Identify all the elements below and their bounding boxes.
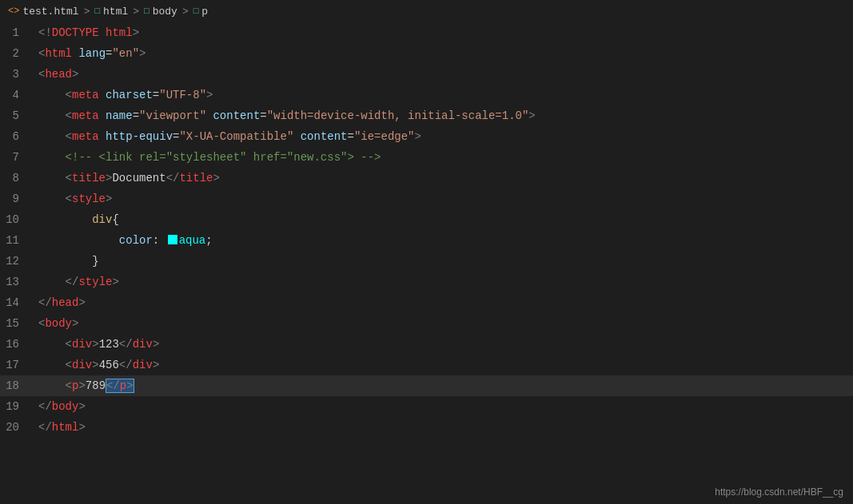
watermark: https://blog.csdn.net/HBF__cg — [715, 486, 843, 498]
line-number-20: 20 — [0, 421, 32, 434]
line-content-18: <p>789</p> — [32, 379, 853, 392]
line-2: 2<html lang="en"> — [0, 43, 853, 64]
line-7: 7 <!-- <link rel="stylesheet" href="new.… — [0, 147, 853, 168]
line-content-7: <!-- <link rel="stylesheet" href="new.cs… — [32, 151, 853, 164]
line-11: 11 color: aqua; — [0, 230, 853, 251]
line-content-16: <div>123</div> — [32, 338, 853, 351]
line-content-12: } — [32, 255, 853, 268]
line-13: 13 </style> — [0, 272, 853, 292]
line-number-19: 19 — [0, 400, 32, 413]
line-number-10: 10 — [0, 213, 32, 226]
line-number-16: 16 — [0, 338, 32, 351]
line-number-1: 1 — [0, 26, 32, 39]
line-12: 12 } — [0, 251, 853, 272]
breadcrumb-body-icon: □ — [144, 6, 149, 16]
breadcrumb-sep2: > — [133, 6, 139, 18]
breadcrumb-html[interactable]: html — [103, 6, 128, 18]
line-6: 6 <meta http-equiv="X-UA-Compatible" con… — [0, 126, 853, 147]
breadcrumb-sep1: > — [84, 6, 90, 18]
line-18: 18 <p>789</p> — [0, 375, 853, 396]
breadcrumb-html-icon: □ — [94, 6, 100, 16]
line-content-9: <style> — [32, 192, 853, 205]
breadcrumb-body[interactable]: body — [153, 6, 177, 18]
line-number-12: 12 — [0, 255, 32, 268]
line-10: 10 div{ — [0, 209, 853, 230]
line-content-15: <body> — [32, 317, 853, 330]
line-number-6: 6 — [0, 130, 32, 143]
line-19: 19</body> — [0, 396, 853, 417]
line-number-15: 15 — [0, 317, 32, 330]
line-content-8: <title>Document</title> — [32, 172, 853, 185]
breadcrumb-file-icon: <> — [8, 6, 19, 17]
line-content-14: </head> — [32, 296, 853, 309]
line-content-10: div{ — [32, 213, 853, 226]
line-number-4: 4 — [0, 89, 32, 101]
line-content-3: <head> — [32, 68, 853, 81]
line-14: 14</head> — [0, 292, 853, 313]
breadcrumb-sep3: > — [182, 6, 189, 18]
line-number-18: 18 — [0, 379, 32, 392]
line-20: 20</html> — [0, 417, 853, 438]
line-content-11: color: aqua; — [32, 234, 853, 247]
line-number-8: 8 — [0, 172, 32, 185]
line-content-13: </style> — [32, 276, 853, 288]
line-number-14: 14 — [0, 296, 32, 309]
line-content-5: <meta name="viewport" content="width=dev… — [32, 109, 853, 122]
line-4: 4 <meta charset="UTF-8"> — [0, 85, 853, 105]
line-number-17: 17 — [0, 359, 32, 371]
breadcrumb-file[interactable]: test.html — [22, 6, 78, 18]
line-5: 5 <meta name="viewport" content="width=d… — [0, 105, 853, 126]
line-content-17: <div>456</div> — [32, 359, 853, 371]
line-number-5: 5 — [0, 109, 32, 122]
breadcrumb: <> test.html > □ html > □ body > □ p — [0, 0, 853, 22]
line-15: 15<body> — [0, 313, 853, 334]
line-number-9: 9 — [0, 192, 32, 205]
line-16: 16 <div>123</div> — [0, 334, 853, 355]
line-number-7: 7 — [0, 151, 32, 164]
line-9: 9 <style> — [0, 189, 853, 209]
line-content-4: <meta charset="UTF-8"> — [32, 89, 853, 101]
breadcrumb-p[interactable]: p — [201, 6, 208, 18]
line-number-13: 13 — [0, 276, 32, 288]
line-content-6: <meta http-equiv="X-UA-Compatible" conte… — [32, 130, 853, 143]
line-content-19: </body> — [32, 400, 853, 413]
line-content-20: </html> — [32, 421, 853, 434]
line-8: 8 <title>Document</title> — [0, 168, 853, 189]
line-1: 1<!DOCTYPE html> — [0, 22, 853, 43]
line-number-2: 2 — [0, 47, 32, 60]
line-content-1: <!DOCTYPE html> — [32, 26, 853, 39]
line-number-3: 3 — [0, 68, 32, 81]
breadcrumb-p-icon: □ — [193, 6, 199, 16]
line-content-2: <html lang="en"> — [32, 47, 853, 60]
line-17: 17 <div>456</div> — [0, 355, 853, 375]
line-number-11: 11 — [0, 234, 32, 247]
line-3: 3<head> — [0, 64, 853, 85]
editor: 1<!DOCTYPE html>2<html lang="en">3<head>… — [0, 22, 853, 438]
